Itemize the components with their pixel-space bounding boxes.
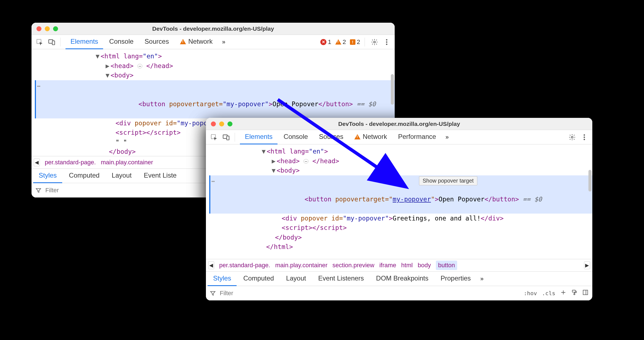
close-icon[interactable] [36, 26, 41, 31]
scrollbar[interactable] [588, 170, 591, 191]
paint-icon[interactable] [571, 289, 577, 297]
tab-dom-breakpoints[interactable]: DOM Breakpoints [371, 272, 434, 286]
divider [365, 38, 365, 46]
new-style-icon[interactable] [560, 289, 566, 297]
filter-input[interactable] [219, 289, 520, 297]
styles-tools: :hov .cls [524, 289, 588, 297]
tab-properties[interactable]: Properties [435, 272, 476, 286]
issue-icon: ! [350, 39, 355, 45]
tab-sources[interactable]: Sources [140, 35, 174, 49]
breadcrumb-item[interactable]: main.play.container [275, 262, 328, 269]
computed-panel-icon[interactable] [582, 289, 588, 297]
tab-performance[interactable]: Performance [393, 130, 441, 144]
svg-point-11 [584, 134, 585, 136]
inspect-icon[interactable] [34, 37, 45, 47]
subtabs-overflow[interactable]: » [477, 275, 486, 282]
breadcrumb-left-icon[interactable]: ◀ [208, 261, 214, 269]
tab-console[interactable]: Console [104, 35, 138, 49]
breadcrumb-item[interactable]: per.standard-page. [45, 159, 96, 166]
settings-icon[interactable] [567, 132, 577, 142]
panel-tabs: Elements Console Sources Network Perform… [240, 130, 441, 144]
close-icon[interactable] [211, 121, 216, 126]
filter-icon [210, 290, 216, 296]
titlebar[interactable]: DevTools - developer.mozilla.org/en-US/p… [206, 118, 592, 130]
zoom-icon[interactable] [53, 26, 58, 31]
traffic-lights [36, 26, 58, 31]
titlebar[interactable]: DevTools - developer.mozilla.org/en-US/p… [32, 23, 395, 35]
tab-computed[interactable]: Computed [63, 169, 105, 183]
inspect-icon[interactable] [209, 132, 219, 142]
tab-network[interactable]: Network [349, 130, 392, 144]
cls-toggle[interactable]: .cls [542, 290, 555, 297]
breadcrumb-left-icon[interactable]: ◀ [34, 159, 40, 166]
more-icon[interactable] [381, 37, 392, 47]
breadcrumb-item[interactable]: main.play.container [101, 159, 153, 166]
tab-layout[interactable]: Layout [281, 272, 311, 286]
svg-point-12 [584, 136, 585, 138]
device-icon[interactable] [46, 37, 57, 47]
svg-rect-2 [52, 41, 55, 45]
main-toolbar: Elements Console Sources Network Perform… [206, 130, 592, 144]
warning-icon [354, 134, 360, 139]
svg-rect-16 [583, 290, 588, 295]
svg-point-6 [386, 43, 388, 45]
svg-point-10 [571, 136, 573, 138]
breadcrumb-item[interactable]: per.standard-page. [219, 262, 270, 269]
svg-rect-15 [574, 294, 575, 295]
minimize-icon[interactable] [219, 121, 224, 126]
tabs-overflow[interactable]: » [443, 134, 452, 141]
main-toolbar: Elements Console Sources Network » ✕1 2 … [32, 35, 395, 49]
message-counts[interactable]: ✕1 2 !2 [320, 38, 360, 46]
selected-node[interactable]: ⋯ <button popovertarget="my-popover">Ope… [209, 175, 592, 214]
svg-rect-14 [572, 290, 575, 292]
tabs-overflow[interactable]: » [219, 38, 228, 46]
svg-point-3 [374, 41, 376, 43]
zoom-icon[interactable] [227, 121, 232, 126]
popovertarget-link[interactable]: my-popover [393, 196, 431, 203]
filter-icon [35, 187, 41, 193]
breadcrumb-item[interactable]: body [418, 262, 431, 269]
error-count: 1 [328, 38, 331, 46]
selected-node[interactable]: ⋯ <button popovertarget="my-popover">Ope… [35, 80, 395, 118]
breadcrumb-item[interactable]: html [401, 262, 413, 269]
tab-elements[interactable]: Elements [240, 130, 278, 144]
devtools-window-2: DevTools - developer.mozilla.org/en-US/p… [206, 118, 592, 300]
svg-point-13 [584, 139, 585, 140]
breadcrumb-item-selected[interactable]: button [436, 261, 457, 270]
tab-styles[interactable]: Styles [33, 169, 62, 183]
minimize-icon[interactable] [45, 26, 50, 31]
more-icon[interactable] [579, 132, 590, 142]
warning-count: 2 [343, 38, 346, 46]
traffic-lights [211, 121, 232, 126]
collapsed-icon[interactable]: ⋯ [303, 159, 308, 163]
dom-tree[interactable]: ▼<html lang="en"> ▶<head> ⋯ </head> ▼<bo… [206, 144, 592, 259]
tab-elements[interactable]: Elements [66, 35, 103, 49]
divider [235, 133, 235, 142]
tab-event-listeners[interactable]: Event Listeners [313, 272, 369, 286]
svg-point-5 [386, 41, 388, 43]
breadcrumb-item[interactable]: section.preview [333, 262, 375, 269]
breadcrumb[interactable]: ◀ per.standard-page. main.play.container… [206, 259, 592, 272]
tab-computed[interactable]: Computed [238, 272, 279, 286]
tab-console[interactable]: Console [279, 130, 313, 144]
tab-sources[interactable]: Sources [314, 130, 348, 144]
error-icon: ✕ [320, 39, 326, 45]
settings-icon[interactable] [369, 37, 380, 47]
warning-icon [335, 39, 341, 45]
breadcrumb-item[interactable]: iframe [379, 262, 396, 269]
panel-tabs: Elements Console Sources Network [66, 35, 218, 49]
hov-toggle[interactable]: :hov [524, 290, 537, 297]
tab-event-listeners[interactable]: Event Liste [138, 169, 182, 183]
sidebar-tabs: Styles Computed Layout Event Listeners D… [206, 272, 592, 286]
scrollbar[interactable] [391, 74, 394, 105]
tab-styles[interactable]: Styles [208, 272, 237, 286]
warning-icon [180, 39, 186, 44]
breadcrumb-right-icon[interactable]: ▶ [584, 261, 590, 269]
issue-count: 2 [357, 38, 360, 46]
tab-network[interactable]: Network [175, 35, 218, 49]
device-icon[interactable] [221, 132, 231, 142]
collapsed-icon[interactable]: ⋯ [137, 64, 142, 68]
tab-layout[interactable]: Layout [106, 169, 137, 183]
svg-point-4 [386, 39, 388, 40]
window-title: DevTools - developer.mozilla.org/en-US/p… [206, 121, 592, 127]
